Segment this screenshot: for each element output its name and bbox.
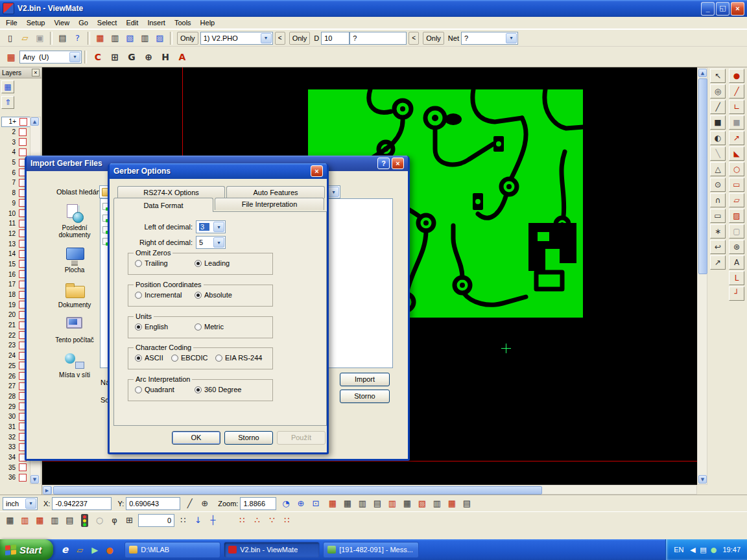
- layer-color-swatch[interactable]: [19, 148, 27, 156]
- red-pattern-2-icon[interactable]: ∴: [250, 513, 265, 528]
- center-point-icon[interactable]: ⊙: [710, 178, 726, 192]
- menu-view[interactable]: View: [49, 18, 74, 28]
- chevron-down-icon[interactable]: ▾: [261, 33, 272, 43]
- layer-color-swatch[interactable]: [19, 128, 27, 136]
- radio-absolute[interactable]: Absolute: [195, 291, 232, 299]
- circle-tool-icon[interactable]: ○: [729, 162, 744, 176]
- menu-setup[interactable]: Setup: [22, 18, 50, 28]
- zoom-lens-icon[interactable]: ◔: [278, 496, 293, 511]
- traffic-light-icon[interactable]: [81, 514, 88, 527]
- arc-segment-icon[interactable]: ∩: [710, 193, 726, 207]
- layer-table-icon[interactable]: ▦: [1, 80, 14, 93]
- positive-film-icon[interactable]: ▦: [340, 496, 355, 511]
- menu-insert[interactable]: Insert: [143, 18, 170, 28]
- chevron-down-icon[interactable]: ▾: [25, 498, 36, 509]
- close-icon[interactable]: ×: [311, 165, 323, 177]
- radio-metric[interactable]: Metric: [195, 323, 224, 331]
- mask-grid-icon[interactable]: ▥: [429, 496, 444, 511]
- tab-auto-features[interactable]: Auto Features: [226, 186, 325, 198]
- status-ball-icon[interactable]: ●: [708, 544, 718, 555]
- trace-grid-icon[interactable]: ▤: [370, 496, 385, 511]
- slope-line-icon[interactable]: ╲: [710, 146, 726, 161]
- task-message[interactable]: [191-482-091] - Mess...: [323, 542, 419, 558]
- only-net-toggle[interactable]: Only: [423, 32, 444, 45]
- pad-grid-icon[interactable]: ▥: [355, 496, 370, 511]
- filled-box-icon[interactable]: ■: [710, 115, 726, 130]
- right-of-decimal-combo[interactable]: 5 ▾: [196, 236, 226, 249]
- layer-up-icon[interactable]: ⇑: [1, 96, 14, 109]
- y-coordinate-field[interactable]: 0.690643: [126, 497, 180, 510]
- help-icon[interactable]: ?: [377, 158, 390, 169]
- place-recent-documents[interactable]: Poslední dokumenty: [50, 204, 99, 239]
- folder-explorer-icon[interactable]: ▱: [73, 543, 86, 556]
- layer-row[interactable]: 35: [1, 462, 31, 472]
- layer-compare-icon[interactable]: ▧: [123, 31, 137, 45]
- open-file-icon[interactable]: ▱: [18, 31, 32, 45]
- chevron-down-icon[interactable]: ▾: [506, 33, 517, 43]
- scroll-up-icon[interactable]: ▲: [30, 117, 39, 126]
- snap-origin-icon[interactable]: ⊕: [197, 496, 212, 511]
- step-value-field[interactable]: 0: [138, 514, 174, 527]
- zoom-in-icon[interactable]: ⊕: [293, 496, 308, 511]
- restore-button[interactable]: ◱: [716, 2, 729, 16]
- triangle-print-icon[interactable]: △: [710, 162, 726, 176]
- task-viewmate[interactable]: V2.bin - ViewMate: [224, 542, 320, 558]
- radio-360-degree[interactable]: 360 Degree: [195, 386, 242, 393]
- firefox-icon[interactable]: ●: [103, 543, 116, 556]
- layer-color-swatch[interactable]: [19, 118, 27, 126]
- text-a-icon[interactable]: A: [174, 49, 191, 65]
- pen-sketch-icon[interactable]: ↗: [729, 131, 744, 145]
- lamp-off-icon[interactable]: ○: [92, 513, 107, 528]
- menu-select[interactable]: Select: [93, 18, 122, 28]
- tab-rs274x-options[interactable]: RS274-X Options: [117, 186, 225, 198]
- close-button[interactable]: ×: [731, 2, 744, 16]
- chevron-down-icon[interactable]: ▾: [213, 237, 224, 248]
- canvas-vertical-scrollbar[interactable]: ▲ ▼: [697, 67, 707, 485]
- new-file-icon[interactable]: ▯: [3, 31, 18, 45]
- radio-ascii[interactable]: ASCII: [135, 354, 169, 362]
- small-frame-icon[interactable]: ▭: [710, 209, 726, 223]
- place-computer[interactable]: Tento počítač: [50, 316, 99, 344]
- origin-target-icon[interactable]: ⊕: [140, 49, 157, 65]
- text-capital-l-icon[interactable]: L: [729, 271, 744, 285]
- radio-incremental[interactable]: Incremental: [135, 291, 192, 299]
- layer-color-swatch[interactable]: [19, 138, 27, 146]
- star-tool-icon[interactable]: ∗: [710, 224, 726, 239]
- triangle-fill-icon[interactable]: ◣: [729, 146, 744, 161]
- prev-net-button[interactable]: <: [409, 32, 419, 45]
- menu-tools[interactable]: Tools: [170, 18, 196, 28]
- layers-panel-header[interactable]: Layers ×: [0, 67, 42, 78]
- context-help-icon[interactable]: ?: [70, 31, 85, 45]
- red-pattern-3-icon[interactable]: ∵: [265, 513, 279, 528]
- pads-h-icon[interactable]: H: [157, 49, 174, 65]
- rectangle-tool-icon[interactable]: ▭: [729, 178, 744, 192]
- canvas-horizontal-scrollbar[interactable]: ◀ ▶: [42, 485, 697, 495]
- red-pattern-4-icon[interactable]: ∷: [279, 513, 294, 528]
- scroll-right-icon[interactable]: ▶: [43, 486, 51, 495]
- radio-english[interactable]: English: [135, 323, 192, 331]
- parallelogram-icon[interactable]: ▱: [729, 193, 744, 207]
- hatch-fill-icon[interactable]: ▨: [729, 209, 744, 223]
- measure-line-icon[interactable]: ╱: [710, 100, 726, 114]
- x-coordinate-field[interactable]: -0.942237: [52, 497, 112, 510]
- zoom-dynamic-icon[interactable]: ◎: [710, 84, 726, 99]
- only-layer-toggle[interactable]: Only: [177, 32, 198, 45]
- net-combo[interactable]: ? ▾: [461, 32, 518, 45]
- minimize-button[interactable]: _: [701, 2, 715, 16]
- mirror-icon[interactable]: ◐: [710, 131, 726, 145]
- ok-button[interactable]: OK: [172, 431, 220, 445]
- dcode-table-icon[interactable]: ▦: [93, 31, 108, 45]
- silk-grid-icon[interactable]: ▦: [444, 496, 459, 511]
- tab-file-interpretation[interactable]: File Interpretation: [215, 198, 324, 210]
- probe-phi-icon[interactable]: φ: [107, 513, 122, 528]
- dcode-filter-input[interactable]: ?: [350, 32, 407, 45]
- start-button[interactable]: Start: [0, 539, 53, 560]
- horizontal-scroll-thumb[interactable]: [53, 486, 542, 495]
- filled-square-icon[interactable]: ■: [729, 115, 744, 130]
- draw-trace-icon[interactable]: ╱: [729, 84, 744, 99]
- measure-diagonal-icon[interactable]: ╱: [182, 496, 197, 511]
- radio-trailing[interactable]: Trailing: [135, 259, 192, 267]
- corner-j-icon[interactable]: ┘: [729, 286, 744, 301]
- radio-ebcdic[interactable]: EBCDIC: [171, 354, 213, 362]
- radio-eia-rs-244[interactable]: EIA RS-244: [215, 354, 262, 362]
